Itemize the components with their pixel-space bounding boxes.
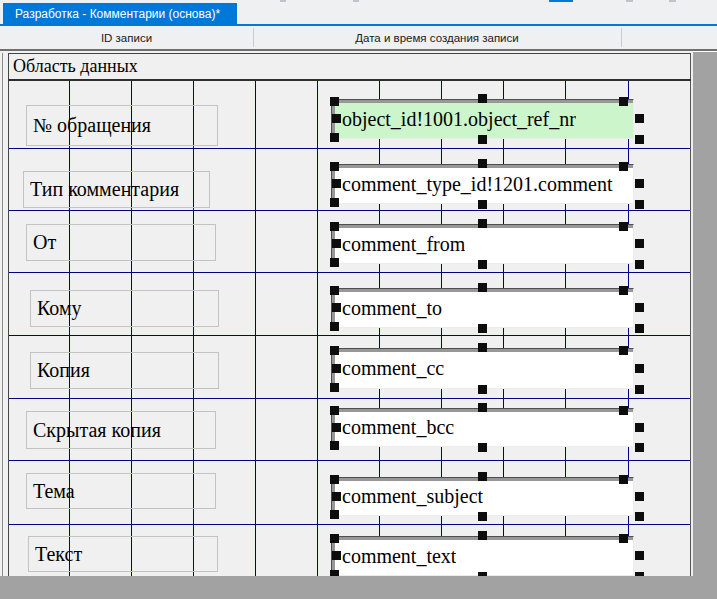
selection-handle[interactable] xyxy=(330,286,339,295)
selection-handle[interactable] xyxy=(619,534,628,543)
design-grid[interactable]: № обращенияobject_id!1001.object_ref_nrТ… xyxy=(9,81,690,576)
selection-handle[interactable] xyxy=(330,510,339,519)
bottom-chrome-panel xyxy=(0,576,717,599)
data-field[interactable]: comment_subject xyxy=(331,477,634,516)
selection-handle[interactable] xyxy=(635,364,644,373)
selection-handle[interactable] xyxy=(635,385,644,394)
data-field[interactable]: object_id!1001.object_ref_nr xyxy=(331,99,634,139)
data-field[interactable]: comment_from xyxy=(331,224,634,264)
selection-handle[interactable] xyxy=(478,324,487,333)
tab-title: Разработка - Комментарии (основа)* xyxy=(15,7,220,21)
field-expression: comment_from xyxy=(342,233,465,256)
column-header-record-id: ID записи xyxy=(0,26,253,49)
field-expression: comment_bcc xyxy=(342,416,454,439)
selection-handle[interactable] xyxy=(478,219,487,228)
selection-handle[interactable] xyxy=(635,200,644,209)
selection-handle[interactable] xyxy=(330,475,339,484)
data-field[interactable]: comment_cc xyxy=(331,348,634,389)
selection-handle[interactable] xyxy=(478,443,487,452)
selection-handle[interactable] xyxy=(635,551,644,560)
field-label: От xyxy=(33,231,56,254)
selection-handle[interactable] xyxy=(619,406,628,415)
selection-handle[interactable] xyxy=(635,303,644,312)
selection-handle[interactable] xyxy=(478,512,487,521)
field-label-box[interactable]: Скрытая копия xyxy=(26,411,216,449)
selection-handle[interactable] xyxy=(619,475,628,484)
selection-handle[interactable] xyxy=(478,572,487,576)
selection-handle[interactable] xyxy=(635,114,644,123)
grid-line-horizontal xyxy=(9,335,690,336)
selection-handle[interactable] xyxy=(635,135,644,144)
form-design-surface[interactable]: Область данных № обращенияobject_id!1001… xyxy=(0,51,693,576)
selection-handle[interactable] xyxy=(635,179,644,188)
column-header-label: ID записи xyxy=(101,32,152,44)
selection-handle[interactable] xyxy=(330,198,339,207)
selection-handle[interactable] xyxy=(619,222,628,231)
selection-handle[interactable] xyxy=(332,551,341,560)
data-field[interactable]: comment_type_id!1201.comment xyxy=(331,164,634,204)
surface-edge xyxy=(2,53,3,576)
selection-handle[interactable] xyxy=(478,159,487,168)
field-label-box[interactable]: № обращения xyxy=(26,105,218,146)
selection-handle[interactable] xyxy=(332,303,341,312)
selection-handle[interactable] xyxy=(332,114,341,123)
selection-handle[interactable] xyxy=(619,162,628,171)
selection-handle[interactable] xyxy=(330,222,339,231)
selection-handle[interactable] xyxy=(478,385,487,394)
field-label-box[interactable]: Текст xyxy=(28,536,218,572)
selection-handle[interactable] xyxy=(635,324,644,333)
selection-handle[interactable] xyxy=(332,179,341,188)
selection-handle[interactable] xyxy=(619,286,628,295)
selection-handle[interactable] xyxy=(330,346,339,355)
right-chrome-panel xyxy=(693,53,717,599)
selection-handle[interactable] xyxy=(478,472,487,481)
selection-handle[interactable] xyxy=(332,423,341,432)
selection-handle[interactable] xyxy=(332,239,341,248)
data-field[interactable]: comment_to xyxy=(331,288,634,328)
selection-handle[interactable] xyxy=(635,512,644,521)
field-label: Кому xyxy=(37,297,82,320)
selection-handle[interactable] xyxy=(478,531,487,540)
selection-handle[interactable] xyxy=(330,133,339,142)
selection-handle[interactable] xyxy=(478,403,487,412)
field-label: Тип комментария xyxy=(30,178,179,201)
selection-handle[interactable] xyxy=(330,162,339,171)
selection-handle[interactable] xyxy=(478,94,487,103)
data-band-header[interactable]: Область данных xyxy=(8,53,691,81)
selection-handle[interactable] xyxy=(330,441,339,450)
selection-handle[interactable] xyxy=(635,443,644,452)
field-label-box[interactable]: От xyxy=(26,224,216,261)
field-label: Тема xyxy=(33,480,75,503)
selection-handle[interactable] xyxy=(478,343,487,352)
selection-handle[interactable] xyxy=(330,322,339,331)
selection-handle[interactable] xyxy=(478,260,487,269)
selection-handle[interactable] xyxy=(478,135,487,144)
grid-line-horizontal xyxy=(9,272,690,273)
grid-line-horizontal xyxy=(9,148,690,149)
selection-handle[interactable] xyxy=(478,200,487,209)
selection-handle[interactable] xyxy=(619,346,628,355)
selection-handle[interactable] xyxy=(635,423,644,432)
selection-handle[interactable] xyxy=(478,283,487,292)
selection-handle[interactable] xyxy=(619,97,628,106)
field-label-box[interactable]: Кому xyxy=(30,290,219,327)
selection-handle[interactable] xyxy=(332,364,341,373)
data-field[interactable]: comment_bcc xyxy=(331,408,634,447)
selection-handle[interactable] xyxy=(330,570,339,576)
selection-handle[interactable] xyxy=(330,258,339,267)
selection-handle[interactable] xyxy=(330,383,339,392)
selection-handle[interactable] xyxy=(635,572,644,576)
field-label-box[interactable]: Копия xyxy=(30,352,219,389)
field-label-box[interactable]: Тип комментария xyxy=(23,171,210,208)
selection-handle[interactable] xyxy=(332,492,341,501)
selection-handle[interactable] xyxy=(635,492,644,501)
selection-handle[interactable] xyxy=(330,97,339,106)
tab-development-comments[interactable]: Разработка - Комментарии (основа)* xyxy=(3,3,237,24)
selection-handle[interactable] xyxy=(635,260,644,269)
grid-line-vertical xyxy=(317,81,318,576)
data-field[interactable]: comment_text xyxy=(331,536,634,576)
selection-handle[interactable] xyxy=(635,239,644,248)
field-label-box[interactable]: Тема xyxy=(26,473,216,509)
selection-handle[interactable] xyxy=(330,406,339,415)
selection-handle[interactable] xyxy=(330,534,339,543)
